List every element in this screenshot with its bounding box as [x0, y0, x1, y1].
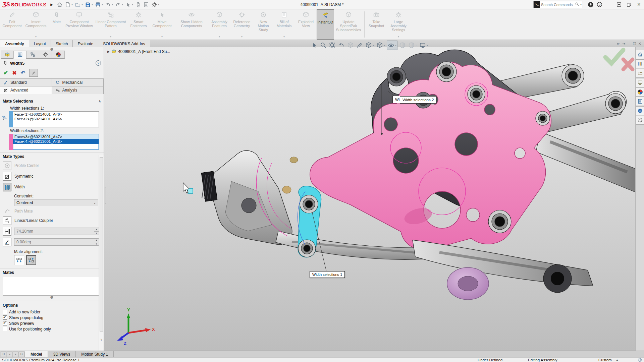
tab-mechanical[interactable]: Mechanical: [52, 78, 104, 86]
options-header[interactable]: Options ∧: [0, 301, 104, 309]
tab-solidworks-add-ins[interactable]: SOLIDWORKS Add-Ins: [98, 40, 150, 47]
tab-motion-study-1[interactable]: Motion Study 1: [76, 351, 114, 357]
dimxpert-tab[interactable]: [39, 51, 52, 59]
mates-header[interactable]: Mates ∧: [0, 268, 104, 276]
profile-center-row[interactable]: Profile Center: [0, 160, 104, 171]
zoom-to-area-icon[interactable]: [328, 41, 336, 50]
undock-pane-icon[interactable]: ⇥: [622, 42, 625, 46]
undo-button[interactable]: ↶: [21, 70, 25, 76]
tab-analysis[interactable]: Analysis: [52, 86, 104, 94]
anti-aligned-button[interactable]: [26, 255, 36, 265]
large-assembly-settings-button[interactable]: Large Assembly Settings▾: [387, 9, 410, 40]
appearances-ball-icon[interactable]: [398, 41, 407, 50]
tab-evaluate[interactable]: Evaluate: [72, 40, 98, 47]
mate-selections-header[interactable]: Mate Selections ∧: [0, 97, 104, 105]
option-show-popup-dialog[interactable]: Show popup dialog: [0, 315, 104, 320]
home-icon[interactable]: [56, 1, 63, 9]
selection-item[interactable]: Face<2>@60214001_A<6>: [13, 117, 99, 121]
checkbox[interactable]: [3, 310, 7, 314]
angle-spinner[interactable]: ▲▼: [94, 238, 99, 246]
first-tab-icon[interactable]: ⏴⏴: [1, 352, 6, 357]
file-explorer-icon[interactable]: [636, 69, 644, 78]
assembly-model[interactable]: Y X Z: [104, 47, 635, 351]
appearances-icon[interactable]: [636, 87, 644, 97]
ok-check-button[interactable]: ✔: [3, 69, 8, 76]
dock-pane-icon[interactable]: ⇤: [617, 42, 620, 46]
distance-field[interactable]: 74.20mm ▲▼: [14, 228, 99, 235]
checkbox[interactable]: [3, 321, 7, 325]
constraint-dropdown[interactable]: Centered ⌄: [14, 199, 98, 206]
aligned-button[interactable]: [14, 255, 24, 265]
tab-standard[interactable]: Standard: [0, 78, 52, 86]
display-style-cube-icon[interactable]: ▾: [376, 41, 386, 50]
restore-icon[interactable]: [624, 0, 634, 9]
mate-types-header[interactable]: Mate Types ∧: [0, 152, 104, 160]
property-manager-tab[interactable]: [13, 51, 26, 59]
user-account-icon[interactable]: [586, 0, 595, 9]
tab-model[interactable]: Model: [25, 351, 48, 357]
feature-tree-tab[interactable]: [1, 51, 14, 59]
forum-icon[interactable]: [636, 106, 644, 115]
width-selections-2-listbox[interactable]: Face<3>@60213001_A<7> Face<4>@60213001_A…: [13, 134, 99, 150]
menu-expand-arrow[interactable]: ▶: [50, 3, 53, 6]
update-speedpak-button[interactable]: Update SpeedPak Subassemblies: [334, 9, 363, 40]
graphics-viewport[interactable]: Y X Z ▶ 40099001_A (Front End Su... Wi: [104, 47, 635, 351]
select-cursor-icon[interactable]: ▾: [124, 1, 134, 9]
settings-doc-icon[interactable]: [636, 116, 644, 125]
move-component-button[interactable]: Move Component▾: [150, 9, 174, 40]
print-icon[interactable]: ▾: [94, 1, 104, 9]
new-document-icon[interactable]: ▾: [64, 1, 73, 9]
rebuild-icon[interactable]: [135, 1, 142, 9]
next-tab-icon[interactable]: ▸: [13, 352, 18, 357]
lower-right-arm[interactable]: [413, 240, 593, 300]
width-selections-1-listbox[interactable]: Face<1>@60214001_A<6> Face<2>@60214001_A…: [13, 111, 99, 127]
angle-field[interactable]: 0.00deg ▲▼: [14, 238, 99, 246]
instant3d-button[interactable]: Instant3D: [317, 9, 334, 40]
view-orientation-cube-icon[interactable]: ▾: [365, 41, 375, 50]
take-snapshot-button[interactable]: Take Snapshot: [366, 9, 387, 40]
insert-components-button[interactable]: Insert Components▾: [23, 9, 49, 40]
left-bracket[interactable]: [201, 150, 298, 244]
file-properties-icon[interactable]: [143, 1, 150, 9]
help-icon[interactable]: ?: [96, 60, 101, 66]
path-mate-row[interactable]: Path Mate: [0, 207, 104, 215]
scene-ball-icon[interactable]: ▾: [408, 41, 418, 50]
resources-home-icon[interactable]: [636, 50, 644, 59]
mates-listbox[interactable]: [3, 277, 101, 296]
zoom-to-fit-icon[interactable]: [310, 41, 318, 50]
bill-of-materials-button[interactable]: Bill of Materials▾: [273, 9, 295, 40]
exploded-view-button[interactable]: Exploded View: [295, 9, 317, 40]
search-commands-box[interactable]: >_ ▾: [533, 1, 583, 8]
custom-properties-icon[interactable]: [636, 97, 644, 106]
cancel-x-button[interactable]: ✖: [12, 70, 16, 76]
tags-globe-icon[interactable]: [635, 358, 644, 362]
doc-restore-icon[interactable]: ❐: [633, 42, 636, 46]
selection-item[interactable]: Face<3>@60213001_A<7>: [13, 134, 99, 139]
save-icon[interactable]: ▾: [84, 1, 94, 9]
option-show-preview[interactable]: Show preview: [0, 320, 104, 326]
scrollbar-thumb[interactable]: [100, 157, 103, 331]
selection-item[interactable]: Face<1>@60214001_A<6>: [13, 112, 99, 117]
tab-advanced[interactable]: Advanced: [0, 86, 52, 94]
tab-assembly[interactable]: Assembly: [0, 40, 29, 47]
units-selector[interactable]: Custom ▴: [598, 358, 635, 362]
component-preview-window-button[interactable]: Component Preview Window: [64, 9, 94, 40]
assembly-tree-item[interactable]: 40099001_A (Front End Su...: [118, 49, 170, 54]
redo-icon[interactable]: ▾: [114, 1, 124, 9]
smart-fasteners-button[interactable]: Smart Fasteners: [127, 9, 150, 40]
width-mate-row[interactable]: Width: [0, 182, 104, 192]
panel-splitter-grip[interactable]: ⬤: [0, 47, 104, 51]
mate-button[interactable]: Mate: [49, 9, 64, 40]
cancel-x-icon[interactable]: [623, 59, 633, 69]
view-palette-icon[interactable]: [636, 78, 644, 87]
close-icon[interactable]: ✕: [634, 0, 644, 9]
checkbox[interactable]: [3, 327, 7, 331]
doc-minimize-icon[interactable]: —: [627, 42, 631, 46]
distance-spinner[interactable]: ▲▼: [94, 228, 99, 235]
view-settings-monitor-icon[interactable]: ▾: [419, 41, 429, 50]
mates-splitter-grip[interactable]: ⬤: [0, 296, 104, 299]
doc-close-icon[interactable]: ✕: [638, 42, 641, 46]
search-icon[interactable]: [575, 2, 579, 7]
display-manager-tab[interactable]: [52, 51, 65, 59]
assembly-features-button[interactable]: Assembly Features▾: [209, 9, 230, 40]
